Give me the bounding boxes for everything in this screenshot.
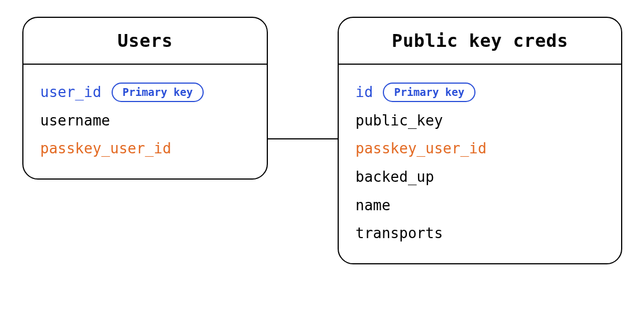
field-name: name — [355, 191, 391, 220]
primary-key-pill: Primary key — [112, 83, 204, 102]
entity-users-header: Users — [23, 18, 267, 65]
field-passkey-user-id: passkey_user_id — [355, 134, 487, 163]
field-row: username — [40, 107, 250, 135]
field-row: transports — [355, 219, 604, 248]
field-row: name — [355, 191, 604, 220]
entity-users: Users user_id Primary key username passk… — [22, 17, 268, 180]
entity-users-body: user_id Primary key username passkey_use… — [23, 65, 267, 178]
entity-creds-title: Public key creds — [392, 30, 568, 51]
primary-key-pill: Primary key — [383, 83, 475, 102]
field-row: backed_up — [355, 163, 604, 191]
field-row: passkey_user_id — [355, 134, 604, 163]
field-id: id — [355, 78, 373, 107]
entity-users-title: Users — [118, 30, 173, 51]
field-passkey-user-id: passkey_user_id — [40, 134, 171, 163]
relationship-line — [268, 138, 338, 139]
field-row: public_key — [355, 107, 604, 135]
entity-creds-header: Public key creds — [339, 18, 621, 65]
field-row: user_id Primary key — [40, 78, 250, 107]
field-transports: transports — [355, 219, 443, 248]
field-row: id Primary key — [355, 78, 604, 107]
field-username: username — [40, 107, 110, 135]
field-public-key: public_key — [355, 107, 443, 135]
field-backed-up: backed_up — [355, 163, 434, 191]
entity-creds-body: id Primary key public_key passkey_user_i… — [339, 65, 621, 263]
field-row: passkey_user_id — [40, 134, 250, 163]
entity-creds: Public key creds id Primary key public_k… — [338, 17, 622, 264]
field-user-id: user_id — [40, 78, 102, 107]
